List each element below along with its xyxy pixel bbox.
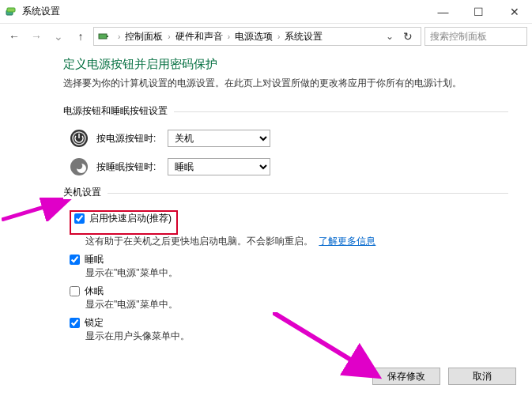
hibernate-checkbox[interactable] (70, 286, 80, 296)
breadcrumb-sep: › (277, 32, 280, 41)
breadcrumb-item[interactable]: 电源选项 (235, 30, 273, 43)
cancel-button[interactable]: 取消 (448, 368, 516, 385)
maximize-button[interactable]: ☐ (461, 0, 496, 24)
navbar: ← → ⌄ ↑ › 控制面板 › 硬件和声音 › 电源选项 › 系统设置 ⌄ ↻… (0, 24, 532, 49)
fast-startup-desc: 这有助于在关机之后更快地启动电脑。不会影响重启。 (85, 236, 313, 247)
sleep-desc: 显示在"电源"菜单中。 (85, 266, 508, 280)
svg-rect-1 (7, 8, 15, 12)
sleep-icon (70, 157, 89, 176)
hibernate-label: 休眠 (85, 285, 104, 298)
sleep-checkbox[interactable] (70, 255, 80, 265)
refresh-button[interactable]: ↻ (398, 27, 417, 46)
page-title: 定义电源按钮并启用密码保护 (63, 57, 508, 72)
option-fast-startup-desc-row: 这有助于在关机之后更快地启动电脑。不会影响重启。 了解更多信息 (70, 235, 508, 248)
content-area: 定义电源按钮并启用密码保护 选择要为你的计算机设置的电源设置。在此页上对设置所做… (0, 49, 532, 356)
option-sleep: 睡眠 显示在"电源"菜单中。 (70, 253, 508, 280)
section-header-buttons: 电源按钮和睡眠按钮设置 (63, 104, 508, 118)
page-description: 选择要为你的计算机设置的电源设置。在此页上对设置所做的更改将应用于你所有的电源计… (63, 77, 508, 90)
sleep-button-select[interactable]: 睡眠 (168, 158, 270, 175)
app-icon (5, 6, 17, 18)
breadcrumb-sep: › (118, 32, 120, 41)
chevron-down-icon[interactable]: ⌄ (49, 27, 68, 46)
section-header-shutdown: 关机设置 (63, 186, 508, 199)
close-button[interactable]: ✕ (496, 0, 532, 24)
power-button-select[interactable]: 关机 (168, 130, 270, 147)
option-fast-startup: 启用快速启动(推荐) (74, 212, 172, 225)
breadcrumb-sep: › (168, 32, 170, 41)
sleep-button-label: 按睡眠按钮时: (96, 160, 168, 174)
power-icon (70, 129, 89, 148)
back-button[interactable]: ← (5, 27, 24, 46)
titlebar: 系统设置 — ☐ ✕ (0, 0, 532, 24)
search-input[interactable]: 搜索控制面板 (424, 27, 527, 46)
option-lock: 锁定 显示在用户头像菜单中。 (70, 316, 508, 343)
breadcrumb-dropdown-icon[interactable]: ⌄ (386, 31, 394, 42)
shutdown-options: 启用快速启动(推荐) 这有助于在关机之后更快地启动电脑。不会影响重启。 了解更多… (70, 210, 508, 343)
hibernate-desc: 显示在"电源"菜单中。 (85, 298, 508, 311)
breadcrumb-item[interactable]: 系统设置 (285, 30, 323, 43)
power-button-row: 按电源按钮时: 关机 (70, 129, 508, 148)
lock-label: 锁定 (85, 316, 104, 330)
minimize-button[interactable]: — (425, 0, 461, 24)
svg-rect-3 (107, 36, 108, 37)
save-button[interactable]: 保存修改 (372, 368, 440, 385)
option-hibernate: 休眠 显示在"电源"菜单中。 (70, 285, 508, 311)
power-button-label: 按电源按钮时: (96, 132, 168, 145)
lock-desc: 显示在用户头像菜单中。 (85, 330, 508, 343)
sleep-label: 睡眠 (85, 253, 104, 266)
battery-icon (97, 30, 110, 43)
breadcrumb[interactable]: › 控制面板 › 硬件和声音 › 电源选项 › 系统设置 ⌄ ↻ (93, 27, 421, 46)
dialog-footer: 保存修改 取消 (372, 368, 516, 385)
breadcrumb-sep: › (228, 32, 230, 41)
learn-more-link[interactable]: 了解更多信息 (319, 236, 375, 247)
window-title: 系统设置 (22, 5, 425, 18)
search-placeholder: 搜索控制面板 (430, 30, 487, 43)
forward-button: → (27, 27, 46, 46)
up-button[interactable]: ↑ (71, 27, 90, 46)
lock-checkbox[interactable] (70, 318, 80, 328)
svg-rect-2 (99, 34, 107, 39)
fast-startup-checkbox[interactable] (74, 213, 85, 224)
breadcrumb-item[interactable]: 控制面板 (125, 30, 163, 43)
sleep-button-row: 按睡眠按钮时: 睡眠 (70, 157, 508, 176)
fast-startup-highlight: 启用快速启动(推荐) (70, 210, 178, 235)
fast-startup-label: 启用快速启动(推荐) (89, 212, 172, 225)
breadcrumb-item[interactable]: 硬件和声音 (175, 30, 223, 43)
